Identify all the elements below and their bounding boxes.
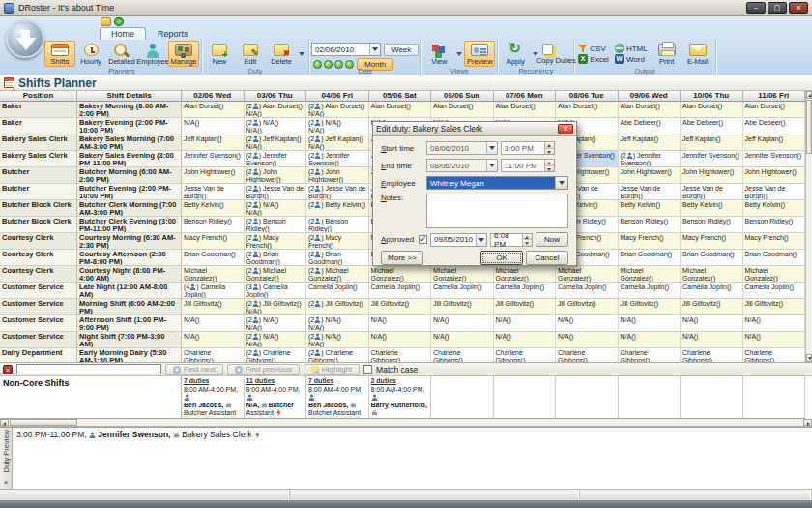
duty-cell[interactable]: Camelia Joplin() [619, 283, 682, 299]
spin-down-icon[interactable] [545, 166, 554, 172]
column-header[interactable]: 07/06 Mon [494, 91, 557, 102]
start-time-spinner[interactable]: 3:00 PM [501, 141, 555, 155]
duty-cell[interactable]: N/A() [182, 332, 245, 348]
end-time-spinner[interactable]: 11:00 PM [501, 159, 555, 172]
duty-cell[interactable]: Macy French() [619, 233, 682, 250]
spin-down-icon[interactable] [523, 240, 532, 246]
start-date-select[interactable]: 08/06/2010 [426, 141, 498, 155]
duty-cell[interactable]: Michael Gonzalez() [182, 266, 245, 283]
duty-preview-tab[interactable]: Duty Preview [0, 428, 13, 489]
scroll-down-icon[interactable] [806, 354, 812, 362]
csv-button[interactable]: CSV [578, 44, 609, 53]
duty-cell[interactable]: Abe Debeer() [681, 118, 743, 134]
scroll-up-icon[interactable] [806, 91, 812, 99]
duty-cell[interactable]: N/A() [431, 315, 494, 332]
duty-cell[interactable]: Michael Gonzalez() [494, 266, 557, 283]
duty-cell[interactable]: Jeff Kaplan() [182, 134, 245, 151]
duty-cell[interactable]: Jill Gilfovitz() [369, 299, 432, 315]
duty-cell[interactable]: (2) Jennifer Svenson() [306, 151, 369, 167]
duty-cell[interactable]: Alan Dorset() [556, 102, 619, 118]
duty-cell[interactable]: (2) N/A()N/A() [306, 118, 369, 134]
duty-cell[interactable]: Jesse Van de Burgh() [743, 184, 806, 200]
duty-cell[interactable]: Charlene Gibbons() [743, 348, 806, 362]
duty-cell[interactable]: Abe Debeer() [619, 118, 682, 134]
duty-cell[interactable]: Jill Gilfovitz() [619, 299, 682, 315]
duty-cell[interactable]: Macy French() [681, 233, 743, 250]
column-header[interactable]: Position [0, 91, 77, 102]
duty-cell[interactable]: Alan Dorset() [369, 102, 432, 118]
duty-cell[interactable]: (2) Michael Gonzalez() [245, 266, 307, 283]
dialog-titlebar[interactable]: Edit duty: Bakery Sales Clerk [373, 122, 576, 136]
scroll-left-icon[interactable] [0, 419, 9, 426]
duty-cell[interactable]: Charlene Gibbons() [182, 348, 245, 362]
duty-cell[interactable]: (2) N/A()N/A() [245, 118, 307, 134]
scroll-right-icon[interactable] [803, 419, 812, 426]
close-icon[interactable] [558, 124, 573, 134]
duty-cell[interactable]: N/A() [494, 332, 557, 348]
non-core-cell[interactable] [619, 376, 682, 418]
chevron-down-icon[interactable] [369, 44, 380, 55]
now-button[interactable]: Now [536, 232, 568, 247]
edit-button[interactable]: Edit [235, 41, 266, 67]
duty-cell[interactable]: (2) Alan Dorset()N/A() [306, 102, 369, 118]
close-find-icon[interactable] [3, 365, 13, 374]
duty-cell[interactable]: Jesse Van de Burgh() [182, 184, 245, 200]
duty-cell[interactable]: Camelia Joplin() [431, 283, 494, 299]
hourly-button[interactable]: Hourly [75, 41, 106, 67]
duty-cell[interactable]: Brian Goodman() [743, 250, 806, 266]
toolbar-icon[interactable] [114, 17, 124, 26]
duty-cell[interactable]: (2) Alan Dorset()N/A() [245, 102, 307, 118]
column-header[interactable]: 06/06 Sun [431, 91, 494, 102]
duty-cell[interactable]: (2) Jeff Kaplan()N/A() [245, 134, 307, 151]
duties-link[interactable]: 7 duties [184, 377, 209, 385]
duties-link[interactable]: 7 duties [308, 377, 334, 385]
duty-cell[interactable]: Betty Kelvin() [182, 200, 245, 217]
approved-time-spinner[interactable]: 6:08 PM [490, 233, 533, 247]
duty-cell[interactable]: N/A() [743, 315, 806, 332]
duty-cell[interactable]: Camelia Joplin() [369, 283, 432, 299]
more-button[interactable]: More >> [381, 251, 423, 265]
duty-cell[interactable]: (2) Michael Gonzalez() [306, 266, 369, 283]
column-header[interactable]: 08/06 Tue [556, 91, 619, 102]
column-header[interactable]: 05/06 Sat [369, 91, 432, 102]
duty-cell[interactable]: Alan Dorset() [681, 102, 743, 118]
column-header[interactable]: 10/06 Thu [681, 91, 743, 102]
e-mail-button[interactable]: E-Mail [682, 41, 713, 67]
duty-cell[interactable]: Jill Gilfovitz() [431, 299, 494, 315]
highlight-button[interactable]: Highlight [304, 364, 360, 375]
duty-cell[interactable]: Charlene Gibbons() [369, 348, 432, 362]
duty-cell[interactable]: (2) John Hightower()N/A() [306, 167, 369, 184]
duty-cell[interactable]: (2) Charlene Gibbons() [306, 348, 369, 362]
chevron-down-icon[interactable] [486, 142, 497, 154]
duty-cell[interactable]: Charlene Gibbons() [431, 348, 494, 362]
non-core-cell[interactable] [743, 376, 806, 418]
duty-cell[interactable]: Charlene Gibbons() [494, 348, 557, 362]
duty-cell[interactable]: (3) Camelia Joplin()N/A() [245, 283, 307, 299]
employee-button[interactable]: Employee [137, 41, 168, 67]
duty-cell[interactable]: John Hightower() [182, 167, 245, 184]
copy-duties-button[interactable]: Copy Duties [540, 41, 571, 67]
duty-cell[interactable]: Camelia Joplin() [743, 283, 806, 299]
duty-cell[interactable]: (2) Jesse Van de Burgh() [306, 184, 369, 200]
duty-cell[interactable]: Jill Gilfovitz() [743, 299, 806, 315]
duty-cell[interactable]: Benson Ridley() [619, 217, 682, 233]
scrollbar-thumb[interactable] [806, 100, 812, 154]
duty-cell[interactable]: Jeff Kaplan() [743, 134, 806, 151]
duty-cell[interactable]: Charlene Gibbons() [681, 348, 743, 362]
duty-cell[interactable]: Benson Ridley() [681, 217, 743, 233]
duty-cell[interactable]: Jennifer Svenson() [743, 151, 806, 167]
app-menu-button[interactable] [6, 19, 44, 58]
cancel-button[interactable]: Cancel [526, 251, 568, 265]
duty-cell[interactable]: N/A() [556, 332, 619, 348]
ok-button[interactable]: OK [480, 251, 523, 265]
column-header[interactable]: Shift Details [77, 91, 182, 102]
duty-cell[interactable]: Jill Gilfovitz() [494, 299, 557, 315]
html-button[interactable]: HTML [615, 44, 648, 53]
duty-cell[interactable]: (2) Jennifer Svenson() [619, 151, 682, 167]
duty-cell[interactable]: (4) Camelia Joplin()N/A() [182, 283, 245, 299]
duty-cell[interactable]: Jill Gilfovitz() [182, 299, 245, 315]
non-core-cell[interactable] [431, 376, 494, 418]
close-preview-icon[interactable] [4, 479, 9, 487]
non-core-cell[interactable]: 7 duties8:00 AM-4:00 PM, Ben Jacobs, But… [182, 376, 245, 418]
duty-cell[interactable]: (2) Jesse Van de Burgh() [245, 184, 307, 200]
